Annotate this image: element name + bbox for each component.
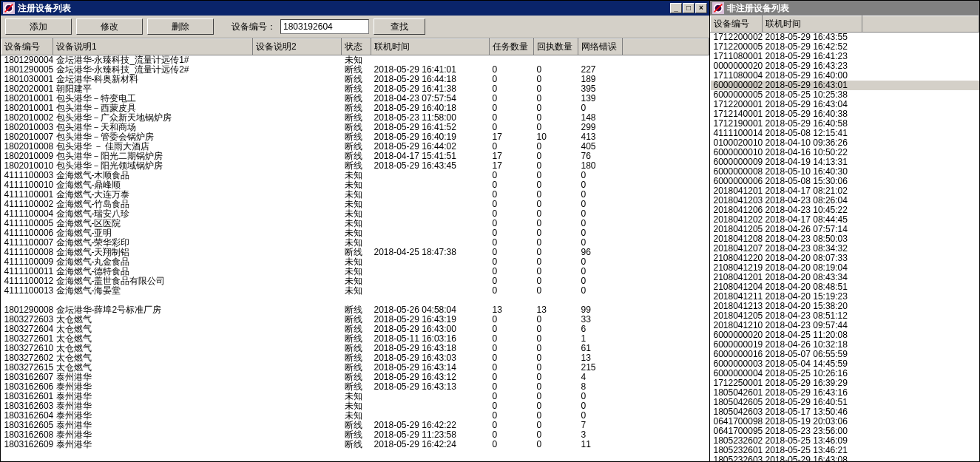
table-row[interactable]: 20180412102018-04-23 09:57:44 [711,321,979,330]
table-row[interactable]: 21080412192018-04-20 08:19:04 [711,263,979,273]
edit-button[interactable]: 修改 [76,18,143,35]
table-row[interactable]: 17122500012018-05-29 16:39:29 [711,378,979,388]
table-row[interactable]: 1801290004金坛港华-永臻科技_流量计远传1#未知 [1,55,709,66]
col-desc2[interactable]: 设备说明2 [253,39,342,55]
table-row[interactable]: 17122000012018-05-29 16:43:04 [711,100,979,109]
col-recv-num[interactable]: 回执数量 [534,39,578,55]
table-row[interactable]: 20180412132018-04-20 15:38:20 [711,302,979,311]
table-row[interactable]: 20180412112018-04-20 15:19:23 [711,292,979,302]
table-row[interactable]: 1802010008包头港华 － 佳雨大酒店断线2018-05-29 16:44… [1,142,709,152]
table-row[interactable]: 18050426052018-05-29 16:40:51 [711,398,979,407]
table-row[interactable]: 18052326032018-05-29 16:43:08 [711,455,979,461]
table-row[interactable]: 1802010001包头港华－特变电工断线2018-04-23 07:57:54… [1,94,709,103]
table-row[interactable]: 20180412052018-04-23 08:51:12 [711,311,979,321]
table-row[interactable]: 18052326022018-05-25 13:46:09 [711,436,979,446]
table-row[interactable]: 1803162601泰州港华未知000 [1,392,709,401]
table-row[interactable]: 06417000952018-05-23 23:56:00 [711,427,979,436]
side-col-rest[interactable] [862,16,979,33]
table-row[interactable]: 1803162607泰州港华断线2018-05-29 16:43:12004 [1,373,709,382]
table-row[interactable]: 06417000982018-05-19 20:03:06 [711,417,979,427]
table-row[interactable]: 60000000102018-04-16 10:50:22 [711,148,979,157]
col-task-num[interactable]: 任务数量 [490,39,534,55]
table-row[interactable]: 1802010010包头港华－阳光领域锅炉房断线2018-05-29 16:43… [1,161,709,171]
table-row[interactable]: 17110800042018-05-29 16:40:00 [711,71,979,81]
table-row[interactable]: 1803162608泰州港华断线2018-05-29 11:23:58003 [1,430,709,440]
table-row[interactable]: 1803162606泰州港华断线2018-05-29 16:43:13008 [1,382,709,392]
col-rest[interactable] [623,39,709,55]
col-id[interactable]: 设备编号 [1,39,53,55]
side-table-scroll[interactable]: 设备编号 联机时间 17122000022018-05-29 16:43:551… [710,16,979,461]
table-row[interactable]: 1803272601太仓燃气断线2018-05-11 16:03:16001 [1,334,709,344]
side-col-id[interactable]: 设备编号 [711,16,763,33]
table-row[interactable]: 20180412032018-04-23 08:26:04 [711,196,979,205]
table-row[interactable]: 21080412202018-04-20 08:07:33 [711,254,979,263]
table-row[interactable]: 1802010002包头港华－广众新天地锅炉房断线2018-05-23 11:5… [1,113,709,123]
table-row[interactable]: 4111100009金海燃气-丸金食品未知000 [1,257,709,267]
table-row[interactable]: 1803272610太仓燃气断线2018-05-29 16:43:180061 [1,344,709,353]
table-row[interactable]: 20180412082018-04-23 08:50:03 [711,234,979,244]
table-row[interactable]: 1802020001朝阳建平断线2018-05-29 16:41:3800395 [1,84,709,94]
device-id-input[interactable] [280,19,369,34]
minimize-button[interactable]: _ [670,3,682,13]
table-row[interactable]: 1801290008金坛港华-薛埠2号标准厂房断线2018-05-26 04:5… [1,305,709,315]
delete-button[interactable]: 删除 [147,18,214,35]
col-status[interactable]: 状态 [342,39,371,55]
table-row[interactable]: 17121400012018-05-29 16:40:38 [711,109,979,119]
table-row[interactable]: 1803272604太仓燃气断线2018-05-29 16:43:00006 [1,325,709,334]
table-row[interactable]: 21080412012018-04-20 08:43:34 [711,273,979,282]
table-row[interactable]: 4111100005金海燃气-区医院未知000 [1,219,709,228]
table-row[interactable]: 20180412052018-04-26 07:57:14 [711,225,979,234]
table-row[interactable]: 20180412022018-04-17 08:44:45 [711,215,979,225]
table-row[interactable]: 1803162605泰州港华断线2018-05-29 16:42:22007 [1,421,709,430]
table-row[interactable]: 18050426012018-05-29 16:43:16 [711,388,979,398]
table-row[interactable]: 18050426032018-05-17 13:50:46 [711,407,979,417]
table-row[interactable]: 18052326012018-05-25 13:46:21 [711,446,979,455]
table-row[interactable]: 20180412012018-04-17 08:21:02 [711,186,979,196]
table-row[interactable]: 60000000042018-05-25 10:26:16 [711,369,979,378]
table-row[interactable]: 60000000052018-05-25 10:25:38 [711,90,979,100]
table-row[interactable]: 60000000162018-05-07 06:55:59 [711,350,979,359]
table-row[interactable]: 60000000022018-05-29 16:43:01 [711,81,979,90]
close-button[interactable]: × [695,3,707,13]
table-row[interactable]: 20180412062018-04-23 10:45:22 [711,205,979,215]
table-row[interactable]: 17121900012018-05-29 16:40:58 [711,119,979,129]
table-row[interactable]: 00000000202018-05-29 16:43:23 [711,61,979,71]
col-conn-time[interactable]: 联机时间 [371,39,490,55]
table-row[interactable]: 01000200102018-04-10 09:36:26 [711,138,979,148]
table-row[interactable]: 60000000092018-04-19 14:13:31 [711,157,979,167]
table-row[interactable]: 4111100011金海燃气-德特食品未知000 [1,267,709,276]
table-row[interactable] [1,296,709,305]
find-button[interactable]: 查找 [374,18,425,35]
table-row[interactable]: 4111100004金海燃气-瑞安八珍未知000 [1,209,709,219]
table-row[interactable]: 60000000062018-05-08 15:30:06 [711,177,979,186]
table-row[interactable]: 1803272603太仓燃气断线2018-05-29 16:43:190033 [1,315,709,325]
table-row[interactable]: 20180412072018-04-23 08:34:32 [711,244,979,254]
table-row[interactable]: 4111100010金海燃气-鼎峰顺未知000 [1,180,709,190]
table-row[interactable]: 4111100002金海燃气-竹岛食品未知000 [1,200,709,209]
table-row[interactable]: 17122000052018-05-29 16:42:52 [711,42,979,52]
table-row[interactable]: 1803162604泰州港华未知000 [1,411,709,421]
table-row[interactable]: 41111000142018-05-08 12:15:41 [711,129,979,138]
table-row[interactable]: 4111100001金海燃气-大连万泰未知000 [1,190,709,200]
table-row[interactable]: 4111100003金海燃气-木顺食品未知000 [1,171,709,180]
table-row[interactable]: 1803272602太仓燃气断线2018-05-29 16:43:030013 [1,353,709,363]
table-row[interactable]: 60000000082018-05-10 16:40:30 [711,167,979,177]
maximize-button[interactable]: □ [683,3,695,13]
table-row[interactable]: 4111100007金海燃气-荣华彩印未知000 [1,238,709,248]
table-row[interactable]: 1802010001包头港华－西蒙皮具断线2018-05-29 16:40:18… [1,103,709,113]
table-row[interactable]: 1803162603泰州港华未知000 [1,401,709,411]
table-row[interactable]: 1802010007包头港华－管委会锅炉房断线2018-05-29 16:40:… [1,132,709,142]
table-row[interactable]: 4111100008金海燃气-天翔制铝断线2018-04-25 18:47:38… [1,248,709,257]
table-row[interactable]: 17122000022018-05-29 16:43:55 [711,33,979,43]
main-table-scroll[interactable]: 设备编号 设备说明1 设备说明2 状态 联机时间 任务数量 回执数量 网络错误 … [1,38,709,461]
table-row[interactable]: 60000000202018-04-25 11:20:08 [711,330,979,340]
table-row[interactable]: 1801030001金坛港华-科奥新材料断线2018-05-29 16:44:1… [1,75,709,84]
table-row[interactable]: 4111100006金海燃气-亚明未知000 [1,228,709,238]
table-row[interactable]: 1802010003包头港华－天和商场断线2018-05-29 16:41:52… [1,123,709,132]
col-net-err[interactable]: 网络错误 [578,39,623,55]
table-row[interactable]: 60000000032018-05-04 14:45:59 [711,359,979,369]
table-row[interactable]: 4111100012金海燃气-盖世食品有限公司未知000 [1,276,709,286]
add-button[interactable]: 添加 [5,18,72,35]
table-row[interactable]: 1803162609泰州港华断线2018-05-29 16:42:240011 [1,440,709,449]
side-col-time[interactable]: 联机时间 [763,16,862,33]
